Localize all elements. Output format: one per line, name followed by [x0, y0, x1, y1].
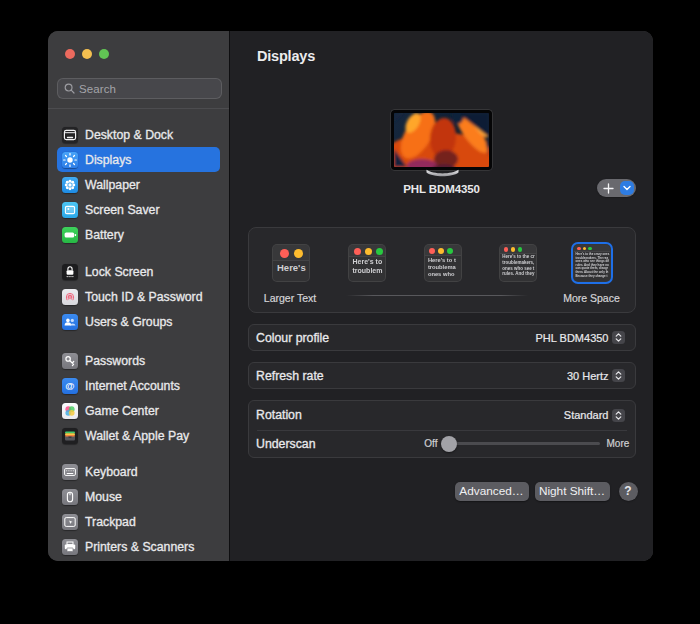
stepper-icon — [612, 409, 625, 422]
users-groups-icon — [62, 314, 78, 330]
sidebar-divider — [48, 108, 229, 109]
sidebar-item-label: Battery — [85, 228, 124, 242]
sidebar-item-label: Mouse — [85, 490, 122, 504]
mouse-icon — [62, 489, 78, 505]
wallet-icon — [62, 428, 78, 444]
sidebar-item-label: Internet Accounts — [85, 379, 180, 393]
scaling-option-4[interactable]: Here's to the crtroublemakers,ones who s… — [499, 244, 537, 282]
sidebar-item-passwords[interactable]: Passwords — [57, 348, 220, 373]
scaling-option-larger-text[interactable]: Here's — [272, 244, 310, 282]
rotation-label: Rotation — [256, 408, 302, 422]
sidebar-item-label: Users & Groups — [85, 315, 172, 329]
scaling-option-2[interactable]: Here's totroublem — [348, 244, 386, 282]
displays-icon — [62, 152, 78, 168]
wallpaper-icon — [62, 177, 78, 193]
sidebar-item-label: Screen Saver — [85, 203, 160, 217]
sidebar-item-label: Desktop & Dock — [85, 128, 173, 142]
sidebar-item-label: Lock Screen — [85, 265, 153, 279]
sidebar-item-label: Trackpad — [85, 515, 136, 529]
search-input[interactable]: Search — [57, 78, 222, 99]
stepper-icon — [612, 369, 625, 382]
display-name: PHL BDM4350 — [361, 183, 522, 195]
plus-icon — [597, 179, 621, 197]
scaling-options-card: Here's Here's totroublem Here's to ttrou… — [248, 227, 636, 313]
game-center-icon — [62, 403, 78, 419]
sidebar: Search Desktop & Dock Displays — [48, 31, 229, 561]
sidebar-item-label: Displays — [85, 153, 131, 167]
sidebar-item-game-center[interactable]: Game Center — [57, 398, 220, 423]
screen-saver-icon — [62, 202, 78, 218]
rotation-select[interactable] — [612, 409, 625, 422]
sidebar-item-label: Touch ID & Password — [85, 290, 203, 304]
keyboard-icon — [62, 464, 78, 480]
larger-text-label: Larger Text — [240, 292, 340, 304]
refresh-rate-label: Refresh rate — [256, 369, 324, 383]
add-display-button[interactable] — [597, 179, 636, 197]
printers-icon — [62, 539, 78, 555]
sidebar-item-wallet[interactable]: Wallet & Apple Pay — [57, 423, 220, 448]
help-button[interactable]: ? — [619, 482, 638, 501]
sidebar-item-wallpaper[interactable]: Wallpaper — [57, 172, 220, 197]
sidebar-nav: Desktop & Dock Displays Wallpaper — [57, 122, 220, 559]
sidebar-item-displays[interactable]: Displays — [57, 147, 220, 172]
chevron-down-icon — [623, 185, 631, 191]
page-title: Displays — [257, 48, 315, 64]
search-placeholder: Search — [79, 83, 116, 95]
internet-accounts-icon: @ — [62, 378, 78, 394]
sidebar-item-touch-id[interactable]: Touch ID & Password — [57, 284, 220, 309]
rotation-value: Standard — [564, 409, 609, 421]
lock-screen-icon — [62, 264, 78, 280]
scaling-option-3[interactable]: Here's to ttroublemaones who — [424, 244, 462, 282]
minimize-button[interactable] — [82, 49, 92, 59]
underscan-min-label: Off — [406, 438, 438, 449]
add-display-dropdown[interactable] — [620, 181, 634, 195]
passwords-icon — [62, 353, 78, 369]
battery-icon — [62, 227, 78, 243]
sidebar-item-screen-saver[interactable]: Screen Saver — [57, 197, 220, 222]
sidebar-item-desktop-dock[interactable]: Desktop & Dock — [57, 122, 220, 147]
underscan-max-label: More — [607, 438, 630, 449]
desktop-dock-icon — [62, 127, 78, 143]
display-preview — [391, 110, 492, 170]
scaling-option-more-space[interactable]: Here's to the crazy onestroublemakers. T… — [573, 244, 611, 282]
underscan-label: Underscan — [256, 437, 315, 451]
touch-id-icon — [62, 289, 78, 305]
colour-profile-label: Colour profile — [256, 331, 329, 345]
advanced-button[interactable]: Advanced… — [455, 482, 529, 501]
sidebar-item-lock-screen[interactable]: Lock Screen — [57, 259, 220, 284]
sidebar-item-internet-accounts[interactable]: @ Internet Accounts — [57, 373, 220, 398]
trackpad-icon — [62, 514, 78, 530]
wallpaper-image — [394, 113, 489, 167]
search-icon — [64, 83, 75, 94]
sidebar-item-label: Keyboard — [85, 465, 138, 479]
colour-profile-card: Colour profile PHL BDM4350 — [248, 324, 636, 351]
sidebar-item-printers-scanners[interactable]: Printers & Scanners — [57, 534, 220, 559]
sidebar-item-keyboard[interactable]: Keyboard — [57, 459, 220, 484]
close-button[interactable] — [65, 49, 75, 59]
colour-profile-value: PHL BDM4350 — [536, 332, 609, 344]
sidebar-item-users-groups[interactable]: Users & Groups — [57, 309, 220, 334]
refresh-rate-select[interactable] — [612, 369, 625, 382]
sidebar-item-label: Game Center — [85, 404, 159, 418]
sidebar-item-label: Passwords — [85, 354, 145, 368]
underscan-slider-knob[interactable] — [441, 436, 457, 452]
night-shift-button[interactable]: Night Shift… — [535, 482, 610, 501]
underscan-slider-track[interactable] — [441, 442, 600, 445]
sidebar-item-label: Wallpaper — [85, 178, 140, 192]
sidebar-item-battery[interactable]: Battery — [57, 222, 220, 247]
colour-profile-select[interactable] — [612, 331, 625, 344]
sidebar-item-trackpad[interactable]: Trackpad — [57, 509, 220, 534]
sidebar-item-mouse[interactable]: Mouse — [57, 484, 220, 509]
svg-text:@: @ — [65, 380, 74, 391]
display-stand — [425, 169, 460, 177]
content-pane: Displays — [229, 31, 653, 561]
sidebar-item-label: Printers & Scanners — [85, 540, 194, 554]
more-space-label: More Space — [542, 292, 642, 304]
zoom-button[interactable] — [99, 49, 109, 59]
refresh-rate-value: 30 Hertz — [567, 370, 609, 382]
refresh-rate-card: Refresh rate 30 Hertz — [248, 362, 636, 389]
scale-divider-line — [346, 295, 528, 296]
sidebar-item-label: Wallet & Apple Pay — [85, 429, 189, 443]
system-settings-window: Search Desktop & Dock Displays — [48, 31, 653, 561]
stepper-icon — [612, 331, 625, 344]
